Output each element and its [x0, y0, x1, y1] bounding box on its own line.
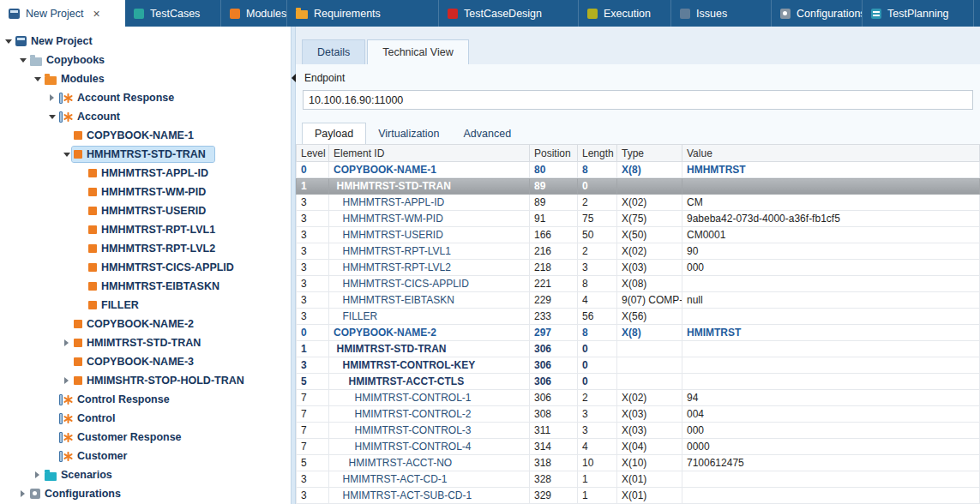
expand-arrow[interactable] — [62, 338, 72, 348]
cell-element-id[interactable]: HMIMTRST-ACCT-CTLS — [329, 374, 530, 390]
cell-level[interactable]: 0 — [297, 325, 329, 341]
table-row-hmimtrst-control-key[interactable]: 3HMIMTRST-CONTROL-KEY3060 — [297, 357, 980, 374]
tab-technical-view[interactable]: Technical View — [367, 39, 468, 64]
cell-position[interactable]: 91 — [530, 211, 578, 227]
column-header-level[interactable]: Level — [297, 145, 329, 162]
tree-item-control[interactable]: Control — [0, 409, 291, 428]
table-row-hmimtrst-act-cd-1[interactable]: 3HMIMTRST-ACT-CD-13281X(01) — [297, 471, 980, 488]
tree-item-hmimtrst-std-tran[interactable]: HMIMTRST-STD-TRAN — [0, 333, 291, 352]
cell-length[interactable]: 0 — [578, 374, 617, 390]
cell-value[interactable]: HMIMTRST — [682, 325, 980, 341]
tab-execution[interactable]: Execution — [579, 0, 671, 27]
tree-item-hmhmtrst-eibtaskn[interactable]: HMHMTRST-EIBTASKN — [0, 277, 291, 296]
cell-value[interactable]: null — [682, 292, 980, 309]
table-row-hmimtrst-acct-ctls[interactable]: 5HMIMTRST-ACCT-CTLS3060 — [297, 374, 980, 390]
cell-position[interactable]: 233 — [530, 309, 578, 325]
tree-item-scenarios[interactable]: Scenarios — [0, 465, 291, 484]
cell-element-id[interactable]: COPYBOOK-NAME-2 — [329, 325, 530, 341]
cell-level[interactable]: 5 — [297, 455, 329, 471]
tree-item-hmhmtrst-appl-id[interactable]: HMHMTRST-APPL-ID — [0, 164, 291, 183]
cell-position[interactable]: 229 — [530, 292, 578, 309]
cell-level[interactable]: 1 — [297, 178, 329, 195]
column-header-value[interactable]: Value — [682, 145, 980, 162]
cell-position[interactable]: 297 — [530, 325, 578, 341]
cell-element-id[interactable]: HMHMTRST-RPT-LVL2 — [329, 260, 530, 276]
cell-type[interactable] — [617, 178, 682, 195]
cell-type[interactable]: X(03) — [617, 423, 682, 439]
cell-level[interactable]: 3 — [297, 292, 329, 309]
tree-item-customer-response[interactable]: Customer Response — [0, 428, 291, 447]
cell-value[interactable] — [682, 471, 980, 488]
cell-length[interactable]: 0 — [578, 357, 617, 374]
cell-level[interactable]: 3 — [297, 211, 329, 227]
cell-value[interactable]: 000 — [682, 260, 980, 276]
cell-type[interactable]: X(8) — [617, 325, 682, 341]
expand-arrow[interactable] — [47, 111, 57, 122]
cell-position[interactable]: 306 — [530, 390, 578, 406]
expand-arrow[interactable] — [62, 375, 72, 386]
table-row-hmhmtrst-std-tran[interactable]: 1HMHMTRST-STD-TRAN890 — [297, 178, 980, 195]
tree-item-hmhmtrst-wm-pid[interactable]: HMHMTRST-WM-PID — [0, 183, 291, 201]
cell-value[interactable] — [682, 276, 980, 292]
cell-element-id[interactable]: HMHMTRST-STD-TRAN — [329, 178, 530, 195]
table-row-hmimtrst-control-4[interactable]: 7HMIMTRST-CONTROL-43144X(04)0000 — [297, 439, 980, 455]
tab-testcasedesign[interactable]: TestCaseDesign — [439, 0, 579, 27]
cell-position[interactable]: 89 — [530, 178, 578, 195]
cell-length[interactable]: 8 — [578, 325, 617, 341]
cell-length[interactable]: 1 — [578, 471, 617, 488]
cell-length[interactable]: 50 — [578, 227, 617, 243]
table-row-hmimtrst-std-tran[interactable]: 1HMIMTRST-STD-TRAN3060 — [297, 341, 980, 357]
column-header-length[interactable]: Length — [578, 145, 617, 162]
cell-length[interactable]: 1 — [578, 488, 617, 504]
cell-value[interactable] — [682, 341, 980, 357]
cell-position[interactable]: 218 — [530, 260, 578, 276]
cell-value[interactable]: 7100612475 — [682, 455, 980, 471]
cell-value[interactable]: CM0001 — [682, 227, 980, 243]
expand-arrow[interactable] — [33, 74, 43, 84]
cell-level[interactable]: 7 — [297, 439, 329, 455]
cell-position[interactable]: 306 — [530, 374, 578, 390]
cell-element-id[interactable]: HMHMTRST-WM-PID — [329, 211, 530, 227]
cell-type[interactable]: X(04) — [617, 439, 682, 455]
cell-length[interactable]: 4 — [578, 439, 617, 455]
cell-length[interactable]: 0 — [578, 178, 617, 195]
cell-position[interactable]: 306 — [530, 341, 578, 357]
cell-length[interactable]: 3 — [578, 406, 617, 423]
cell-element-id[interactable]: HMIMTRST-CONTROL-1 — [329, 390, 530, 406]
cell-level[interactable]: 3 — [297, 276, 329, 292]
table-row-hmimtrst-control-2[interactable]: 7HMIMTRST-CONTROL-23083X(03)004 — [297, 406, 980, 423]
expand-arrow[interactable] — [18, 489, 28, 499]
cell-position[interactable]: 216 — [530, 243, 578, 260]
cell-level[interactable]: 7 — [297, 423, 329, 439]
panel-splitter[interactable] — [291, 27, 296, 504]
cell-value[interactable] — [682, 309, 980, 325]
tree-item-account[interactable]: Account — [0, 107, 291, 126]
table-row-copybook-name-1[interactable]: 0COPYBOOK-NAME-1808X(8)HMHMTRST — [297, 162, 980, 178]
cell-type[interactable]: X(02) — [617, 195, 682, 211]
tree-item-copybook-name-1[interactable]: COPYBOOK-NAME-1 — [0, 126, 291, 145]
tree-item-hmimshtr-stop-hold-tran[interactable]: HMIMSHTR-STOP-HOLD-TRAN — [0, 371, 291, 390]
cell-level[interactable]: 3 — [297, 195, 329, 211]
expand-arrow[interactable] — [47, 93, 57, 103]
cell-length[interactable]: 10 — [578, 455, 617, 471]
tree-item-new-project[interactable]: New Project — [0, 32, 291, 51]
cell-length[interactable]: 8 — [578, 162, 617, 178]
cell-type[interactable]: X(03) — [617, 260, 682, 276]
tab-issues[interactable]: Issues — [671, 0, 772, 27]
cell-position[interactable]: 80 — [530, 162, 578, 178]
cell-value[interactable]: 0000 — [682, 439, 980, 455]
cell-level[interactable]: 3 — [297, 488, 329, 504]
cell-length[interactable]: 8 — [578, 276, 617, 292]
tree-item-filler[interactable]: FILLER — [0, 296, 291, 315]
tree-item-modules[interactable]: Modules — [0, 69, 291, 88]
table-row-hmimtrst-acct-no[interactable]: 5HMIMTRST-ACCT-NO31810X(10)7100612475 — [297, 455, 980, 471]
cell-level[interactable]: 7 — [297, 406, 329, 423]
tree-item-hmhmtrst-rpt-lvl1[interactable]: HMHMTRST-RPT-LVL1 — [0, 220, 291, 239]
cell-type[interactable]: X(10) — [617, 455, 682, 471]
cell-position[interactable]: 311 — [530, 423, 578, 439]
endpoint-input[interactable] — [303, 90, 973, 110]
cell-element-id[interactable]: HMIMTRST-ACT-CD-1 — [329, 471, 530, 488]
cell-element-id[interactable]: HMHMTRST-APPL-ID — [329, 195, 530, 211]
tree-item-configurations[interactable]: Configurations — [0, 484, 291, 503]
close-icon[interactable]: × — [93, 8, 99, 20]
